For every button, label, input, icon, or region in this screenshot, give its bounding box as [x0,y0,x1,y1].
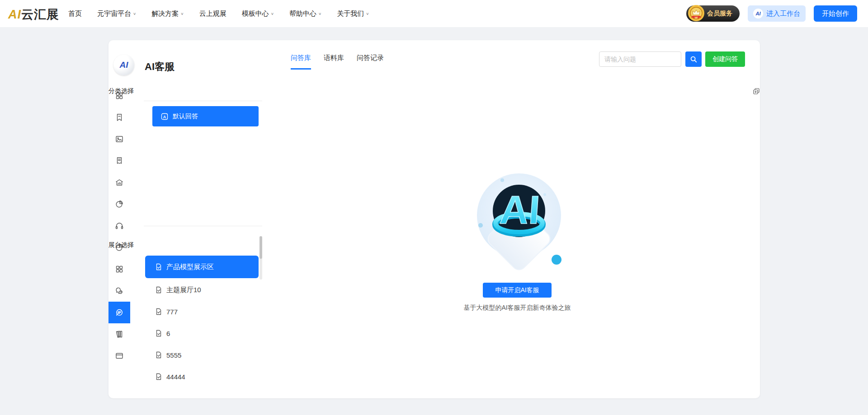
booth-item-product-model[interactable]: 产品模型展示区 [145,256,259,278]
doc-check-icon [155,351,162,359]
ai-service-avatar: AI [113,55,134,75]
tab-qa-library[interactable]: 问答库 [291,54,311,70]
doc-check-icon [155,373,162,380]
nav-item-help[interactable]: 帮助中心∨ [289,9,321,18]
rail-library-icon[interactable] [108,323,130,345]
member-service-label: 会员服务 [707,9,732,18]
nav-item-about[interactable]: 关于我们∨ [337,9,369,18]
doc-check-icon [155,286,162,294]
rail-grid-icon[interactable] [108,258,130,280]
chevron-down-icon: ∨ [180,12,184,16]
category-item-label: 默认回答 [173,112,198,121]
rail-headset-icon[interactable] [108,215,130,237]
main-nav: 首页 元宇宙平台∨ 解决方案∨ 云上观展 模板中心∨ 帮助中心∨ 关于我们∨ [68,0,369,27]
illustration-ai-text: AI [499,187,542,232]
top-navbar: AI云汇展 首页 元宇宙平台∨ 解决方案∨ 云上观展 模板中心∨ 帮助中心∨ 关… [0,0,868,27]
search-icon [689,55,698,63]
member-service-button[interactable]: VIP 会员服务 [686,5,740,22]
rail-window-icon[interactable] [108,345,130,367]
navbar-actions: VIP 会员服务 AI 进入工作台 开始创作 [686,5,857,22]
category-item-default-answer[interactable]: A 默认回答 [152,106,259,126]
panel-scrollbar-thumb[interactable] [259,236,262,259]
rail-bookmark-icon[interactable] [108,107,130,128]
ai-service-card: AI AI客服 分类选择 [108,40,760,398]
panel-divider [144,226,262,226]
category-divider [144,101,262,101]
start-creating-button[interactable]: 开始创作 [814,5,857,22]
nav-item-online-expo[interactable]: 云上观展 [199,9,226,18]
booth-item[interactable]: 777 [145,301,259,322]
nav-item-metaverse[interactable]: 元宇宙平台∨ [97,9,136,18]
page-title: AI客服 [145,60,175,74]
open-ai-service-button[interactable]: 申请开启AI客服 [483,283,552,298]
ai-illustration: AI [476,171,562,276]
booth-panel-header: 展台选择 [108,241,760,249]
qa-tabs: 问答库 语料库 问答记录 [291,54,384,70]
booth-title: 展台选择 [108,241,134,249]
enter-workspace-button[interactable]: AI 进入工作台 [748,5,806,22]
question-search-input[interactable] [599,51,681,67]
enter-workspace-label: 进入工作台 [766,9,800,18]
create-qa-button[interactable]: 创建问答 [705,51,745,67]
avatar-ai-text: AI [120,60,128,70]
doc-check-icon [155,330,162,337]
doc-check-icon [155,308,162,315]
rail-chat-bubbles-icon[interactable] [108,280,130,302]
chevron-down-icon: ∨ [366,12,369,16]
category-panel-header: 分类选择 [108,87,760,95]
nav-item-solutions[interactable]: 解决方案∨ [151,9,184,18]
nav-item-templates[interactable]: 模板中心∨ [242,9,274,18]
doc-check-icon [155,263,162,270]
tab-qa-records[interactable]: 问答记录 [357,54,384,70]
tab-corpus[interactable]: 语料库 [324,54,344,70]
svg-text:A: A [163,114,166,119]
logo-rest-text: 云汇展 [21,8,59,21]
add-category-icon[interactable] [753,88,760,95]
booth-item[interactable]: 6 [145,322,259,344]
rail-image-icon[interactable] [108,128,130,150]
empty-state-caption: 基于大模型的AI客服开启新奇体验之旅 [427,304,608,312]
rail-ai-chat-icon-active[interactable] [108,302,130,323]
answer-a-icon: A [160,112,169,121]
nav-item-home[interactable]: 首页 [68,9,82,18]
chevron-down-icon: ∨ [271,12,274,16]
booth-item[interactable]: 5555 [145,344,259,366]
rail-receipt-icon[interactable] [108,150,130,172]
rail-pie-chart-icon[interactable] [108,193,130,215]
logo-ai-text: AI [8,8,21,21]
category-title: 分类选择 [108,87,134,95]
site-logo[interactable]: AI云汇展 [8,6,59,23]
vip-badge-icon: VIP [686,4,706,23]
booth-item[interactable]: 44444 [145,366,259,387]
rail-exhibition-hall-icon[interactable] [108,172,130,193]
booth-item[interactable]: 主题展厅10 [145,279,259,301]
search-button[interactable] [685,51,702,67]
panel-scrollbar[interactable] [259,236,262,280]
chevron-down-icon: ∨ [318,12,321,16]
svg-text:VIP: VIP [694,17,698,19]
workspace-logo-icon: AI [753,9,763,19]
chevron-down-icon: ∨ [133,12,136,16]
